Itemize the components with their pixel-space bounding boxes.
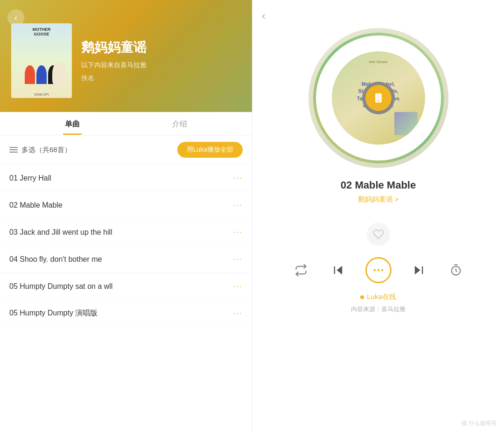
phone-icon [373, 92, 384, 104]
menu-play-button[interactable] [365, 257, 392, 283]
track-more-5[interactable]: ··· [233, 281, 243, 291]
list-icon [9, 147, 18, 153]
book-bottom: IONA OPI [11, 93, 72, 96]
luka-status: Luka在线 [360, 293, 396, 301]
disc-deco [394, 112, 418, 135]
repeat-button[interactable] [291, 260, 311, 280]
track-name-1: 01 Jerry Hall [9, 174, 51, 182]
prev-icon [332, 264, 345, 277]
hero-section: ‹ MOTHER GOOSE IONA OPI 鹅妈妈童谣 以下内容来自喜马拉雅… [0, 0, 252, 112]
now-playing-album[interactable]: 鹅妈妈童谣 [358, 195, 399, 204]
track-name-2: 02 Mable Mable [9, 201, 63, 210]
svg-marker-2 [336, 266, 342, 275]
track-name-6: 05 Humpty Dumpty 演唱版 [9, 308, 98, 318]
tabs-bar: 单曲 介绍 [0, 112, 252, 135]
next-icon [412, 264, 425, 277]
multi-select-label: 多选（共68首） [21, 146, 71, 154]
track-item-6[interactable]: 05 Humpty Dumpty 演唱版 ··· [0, 300, 252, 327]
now-playing-title: 02 Mable Mable [341, 179, 416, 191]
svg-point-6 [381, 269, 383, 272]
right-panel: ‹ ther Goose Mabel, Mabel, Strong and ab… [252, 0, 504, 433]
luka-online-label: Luka在线 [367, 293, 396, 301]
svg-marker-7 [414, 266, 420, 275]
play-all-button[interactable]: 用Luka播放全部 [177, 142, 243, 158]
disc-center [362, 82, 395, 114]
track-more-3[interactable]: ··· [233, 227, 243, 237]
book-title-line2: GOOSE [11, 32, 72, 36]
hero-subtitle: 以下内容来自喜马拉雅 [81, 61, 147, 70]
track-name-5: 05 Humpty Dumpty sat on a wll [9, 282, 112, 291]
svg-point-1 [378, 100, 379, 102]
track-item-3[interactable]: 03 Jack and Jill went up the hill ··· [0, 219, 252, 246]
track-item-4[interactable]: 04 Shoo fly. don't bother me ··· [0, 246, 252, 273]
track-more-4[interactable]: ··· [233, 254, 243, 264]
svg-point-5 [377, 269, 379, 272]
next-button[interactable] [408, 260, 429, 280]
hero-title: 鹅妈妈童谣 [81, 39, 147, 56]
album-cover: MOTHER GOOSE IONA OPI [11, 23, 72, 98]
heart-icon [373, 229, 384, 240]
track-name-4: 04 Shoo fly. don't bother me [9, 255, 102, 264]
right-back-button[interactable]: ‹ [262, 9, 266, 22]
disc-play-button[interactable] [365, 85, 392, 111]
track-list: 01 Jerry Hall ··· 02 Mable Mable ··· 03 … [0, 165, 252, 433]
timer-icon [449, 264, 462, 277]
prev-button[interactable] [328, 260, 349, 280]
disc-book-label: ther Goose [332, 60, 425, 64]
hero-info: 鹅妈妈童谣 以下内容来自喜马拉雅 佚名 [81, 39, 147, 83]
timer-button[interactable] [446, 260, 466, 280]
disc-outer: ther Goose Mabel, Mabel, Strong and able… [308, 28, 448, 168]
track-item-2[interactable]: 02 Mable Mable ··· [0, 192, 252, 219]
track-more-1[interactable]: ··· [233, 173, 243, 183]
like-button[interactable] [367, 223, 390, 246]
svg-point-4 [373, 269, 376, 272]
toolbar: 多选（共68首） 用Luka播放全部 [0, 135, 252, 165]
track-more-6[interactable]: ··· [233, 308, 243, 318]
player-disc: ther Goose Mabel, Mabel, Strong and able… [308, 28, 448, 168]
fig2 [36, 65, 47, 84]
dots-icon [372, 264, 385, 277]
tab-intro[interactable]: 介绍 [126, 112, 233, 135]
tab-tracks[interactable]: 单曲 [19, 112, 126, 135]
source-text: 内容来源：喜马拉雅 [351, 305, 406, 314]
luka-dot [360, 295, 364, 299]
fig1 [25, 65, 35, 84]
repeat-icon [294, 264, 308, 277]
playback-controls [291, 257, 466, 283]
track-item-1[interactable]: 01 Jerry Hall ··· [0, 165, 252, 192]
track-more-2[interactable]: ··· [233, 200, 243, 210]
goose-fig [52, 62, 66, 85]
watermark: 值 什么值得买 [462, 419, 497, 427]
track-item-5[interactable]: 05 Humpty Dumpty sat on a wll ··· [0, 273, 252, 300]
hero-author: 佚名 [81, 74, 147, 83]
multi-select-button[interactable]: 多选（共68首） [9, 146, 71, 154]
track-name-3: 03 Jack and Jill went up the hill [9, 228, 112, 237]
left-panel: ‹ MOTHER GOOSE IONA OPI 鹅妈妈童谣 以下内容来自喜马拉雅… [0, 0, 252, 433]
